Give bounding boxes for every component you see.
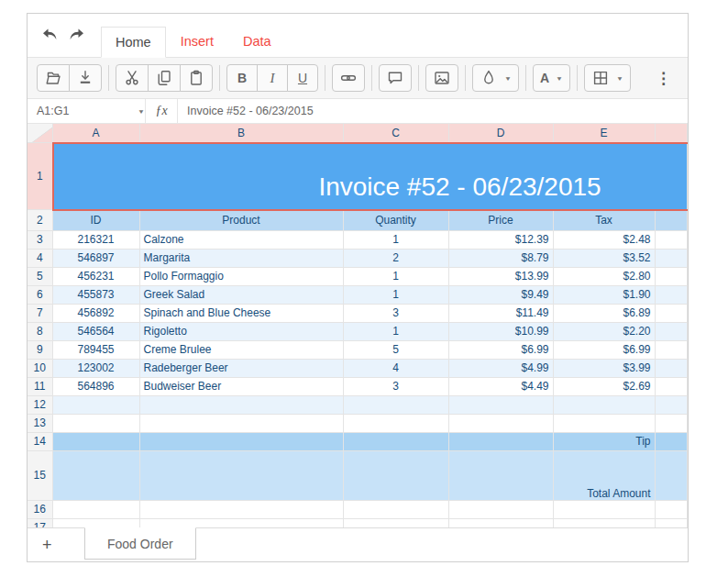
cell[interactable]: 456892 (52, 304, 139, 322)
cell[interactable]: Rigoletto (139, 322, 343, 340)
cell[interactable] (655, 230, 688, 249)
row-header-3[interactable]: 3 (28, 230, 52, 249)
tab-data[interactable]: Data (228, 26, 286, 57)
cell[interactable] (52, 518, 139, 527)
cell[interactable] (343, 414, 448, 432)
table-header-quantity[interactable]: Quantity (343, 209, 448, 230)
cell[interactable]: $2.48 (553, 230, 655, 249)
cell[interactable] (343, 518, 448, 527)
column-header[interactable] (655, 124, 688, 142)
tab-insert[interactable]: Insert (166, 26, 228, 57)
table-header-price[interactable]: Price (448, 209, 553, 230)
cell[interactable]: 789455 (52, 340, 139, 359)
row-header-6[interactable]: 6 (28, 285, 52, 304)
cell[interactable]: $6.89 (553, 304, 655, 322)
merged-title-cell[interactable]: Invoice #52 - 06/23/2015 (52, 142, 688, 209)
cell[interactable]: 1 (343, 285, 448, 304)
cell[interactable] (655, 518, 688, 527)
cell[interactable]: $2.69 (553, 377, 655, 395)
cell[interactable] (655, 432, 688, 450)
fx-button[interactable]: ƒx (146, 104, 177, 118)
row-header-1[interactable]: 1 (28, 142, 52, 209)
cell[interactable]: $10.99 (448, 322, 553, 340)
cell[interactable]: 546897 (52, 249, 139, 267)
formula-input[interactable]: Invoice #52 - 06/23/2015 (178, 105, 688, 117)
sheet-tab-food-order[interactable]: Food Order (84, 527, 196, 560)
cell[interactable] (139, 450, 343, 500)
cell[interactable]: 456231 (52, 267, 139, 285)
cell[interactable] (448, 432, 553, 450)
cell[interactable] (553, 395, 655, 414)
cell[interactable]: $2.80 (553, 267, 655, 285)
row-header-16[interactable]: 16 (28, 500, 52, 518)
cell[interactable] (52, 432, 139, 450)
cell[interactable]: Calzone (139, 230, 343, 249)
cell[interactable]: 1 (343, 322, 448, 340)
cell-range-name-box[interactable]: A1:G1 ▼ (28, 99, 145, 123)
cell[interactable]: $13.99 (448, 267, 553, 285)
cell[interactable] (52, 414, 139, 432)
cell[interactable] (52, 395, 139, 414)
fill-color-button[interactable]: ▼ (472, 64, 519, 92)
cell[interactable] (655, 267, 688, 285)
cell[interactable]: 216321 (52, 230, 139, 249)
cell[interactable]: $6.99 (448, 340, 553, 359)
cell[interactable] (655, 322, 688, 340)
cell[interactable] (139, 518, 343, 527)
row-header-9[interactable]: 9 (28, 340, 52, 359)
cell[interactable]: Creme Brulee (139, 340, 343, 359)
cell[interactable] (139, 395, 343, 414)
cell[interactable] (655, 249, 688, 267)
link-button[interactable] (332, 64, 365, 92)
cell[interactable] (553, 414, 655, 432)
cell[interactable]: 564896 (52, 377, 139, 395)
cell[interactable]: Spinach and Blue Cheese (139, 304, 343, 322)
cell[interactable]: $8.79 (448, 249, 553, 267)
cell[interactable]: Greek Salad (139, 285, 343, 304)
cell[interactable] (448, 395, 553, 414)
cell[interactable] (553, 500, 655, 518)
cell[interactable] (52, 450, 139, 500)
export-button[interactable] (69, 64, 102, 92)
cell[interactable] (655, 340, 688, 359)
column-header-d[interactable]: D (448, 124, 553, 142)
tab-home[interactable]: Home (101, 27, 166, 58)
select-all-corner[interactable] (28, 124, 52, 142)
column-header-e[interactable]: E (553, 124, 655, 142)
cell[interactable] (655, 395, 688, 414)
cell[interactable]: $12.39 (448, 230, 553, 249)
cell[interactable]: 3 (343, 304, 448, 322)
row-header-10[interactable]: 10 (28, 359, 52, 377)
cell[interactable] (52, 500, 139, 518)
column-header-c[interactable]: C (343, 124, 448, 142)
cell[interactable]: 3 (343, 377, 448, 395)
cell[interactable]: 5 (343, 340, 448, 359)
row-header-12[interactable]: 12 (28, 395, 52, 414)
cell[interactable] (655, 359, 688, 377)
cell[interactable]: Pollo Formaggio (139, 267, 343, 285)
cell[interactable]: $4.49 (448, 377, 553, 395)
cell[interactable]: $2.20 (553, 322, 655, 340)
row-header-14[interactable]: 14 (28, 432, 52, 450)
cell[interactable]: 546564 (52, 322, 139, 340)
italic-button[interactable]: I (257, 64, 288, 92)
copy-button[interactable] (148, 64, 181, 92)
row-header-5[interactable]: 5 (28, 267, 52, 285)
image-button[interactable] (425, 64, 458, 92)
add-sheet-button[interactable]: + (39, 528, 81, 561)
cell[interactable]: Radeberger Beer (139, 359, 343, 377)
cell[interactable] (553, 518, 655, 527)
row-header-8[interactable]: 8 (28, 322, 52, 340)
cell[interactable] (655, 414, 688, 432)
font-color-button[interactable]: A▼ (533, 64, 570, 92)
cell[interactable]: Margarita (139, 249, 343, 267)
row-header-15[interactable]: 15 (28, 450, 52, 500)
table-header-product[interactable]: Product (139, 209, 343, 230)
cell[interactable] (343, 500, 448, 518)
row-header-11[interactable]: 11 (28, 377, 52, 395)
cell[interactable]: 123002 (52, 359, 139, 377)
cell[interactable]: $6.99 (553, 340, 655, 359)
cell[interactable] (448, 500, 553, 518)
cell[interactable] (139, 500, 343, 518)
underline-button[interactable]: U (287, 64, 318, 92)
